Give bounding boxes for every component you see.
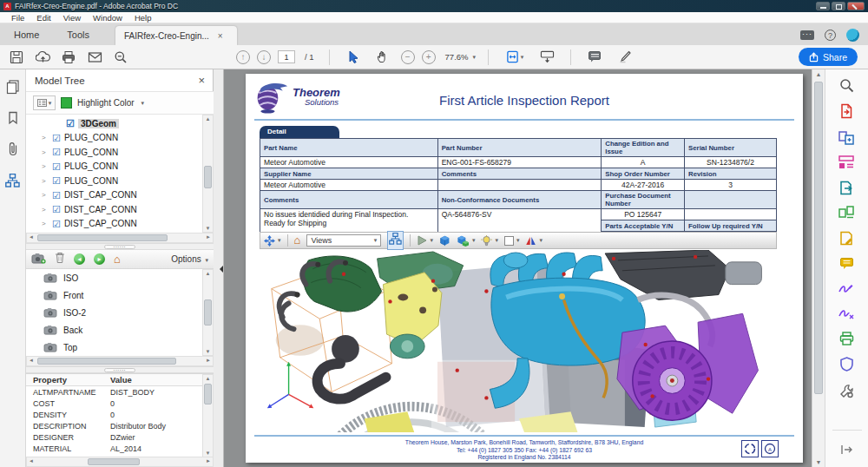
email-button[interactable] (83, 48, 106, 67)
create-pdf-button[interactable] (838, 128, 855, 146)
visibility-checkbox-icon[interactable]: ☑ (52, 162, 61, 171)
collapse-panel-icon[interactable] (216, 266, 223, 273)
tab-tools[interactable]: Tools (53, 23, 103, 45)
background-color-button[interactable]: ▾ (504, 236, 520, 246)
tree-horizontal-scrollbar[interactable]: ◄ ► (26, 233, 214, 243)
model-tree-button[interactable] (3, 172, 23, 189)
previous-page-button[interactable]: ↑ (236, 50, 250, 64)
protect-button[interactable] (838, 355, 855, 372)
share-file-button[interactable] (31, 48, 54, 67)
view-item[interactable]: Back (26, 321, 214, 339)
tab-home[interactable]: Home (0, 23, 53, 45)
property-row[interactable]: DESCRIPTION Distributor Body (26, 420, 214, 431)
page-number-input[interactable] (278, 50, 295, 63)
extra-views-button[interactable]: ▾ (457, 235, 476, 247)
certificates-button[interactable] (838, 305, 855, 322)
panel-collapse-strip[interactable] (214, 69, 224, 467)
view-item[interactable]: Top (26, 339, 214, 356)
view-item[interactable]: ISO (26, 269, 214, 286)
property-row[interactable]: COST 0 (26, 398, 214, 409)
comment-tool-button[interactable] (838, 254, 855, 272)
delete-view-button[interactable] (55, 252, 65, 267)
expand-chevron-icon[interactable]: > (42, 220, 49, 227)
viewer-home-button[interactable]: ⌂ (294, 236, 301, 245)
expand-tools-pane-button[interactable] (838, 441, 855, 458)
menu-item[interactable]: Help (128, 13, 158, 23)
expand-chevron-icon[interactable]: > (42, 191, 49, 199)
next-page-button[interactable]: ↓ (257, 50, 271, 64)
help-icon[interactable]: ? (825, 30, 836, 41)
expand-chevron-icon[interactable]: > (42, 148, 49, 156)
edit-pdf-button[interactable] (838, 154, 855, 171)
tree-item[interactable]: > ☑ PLUG_CONN (26, 145, 198, 160)
close-window-button[interactable] (847, 2, 865, 10)
search-tool-button[interactable] (838, 76, 855, 94)
property-row[interactable]: MATERIAL AL_2014 (26, 443, 214, 454)
tree-item[interactable]: > ☑ DIST_CAP_CONN (26, 188, 198, 203)
pan-rotate-tool-button[interactable]: ▾ (264, 235, 281, 247)
default-view-button[interactable]: ⌂ (114, 255, 121, 264)
find-button[interactable] (109, 48, 132, 67)
visibility-checkbox-icon[interactable]: ☑ (52, 148, 61, 156)
tree-item[interactable]: > ☑ PLUG_CONN (26, 174, 198, 188)
props-vertical-scrollbar[interactable]: ▲ ▼ (202, 374, 214, 457)
avatar[interactable] (846, 29, 859, 42)
expand-chevron-icon[interactable]: > (42, 134, 49, 141)
visibility-checkbox-icon[interactable]: ☑ (66, 119, 75, 128)
tree-item[interactable]: > ☑ PLUG_CONN (26, 160, 198, 174)
share-button[interactable]: Share (799, 48, 858, 66)
print-production-button[interactable] (838, 330, 855, 347)
render-mode-button[interactable] (439, 235, 450, 247)
attachments-button[interactable] (3, 141, 23, 158)
tree-item[interactable]: > ☑ 3DGeom (26, 116, 198, 131)
zoom-out-button[interactable]: − (401, 50, 415, 64)
menu-item[interactable]: File (5, 13, 30, 23)
lighting-button[interactable]: ▾ (481, 235, 498, 247)
view-item[interactable]: Front (26, 286, 214, 304)
visibility-checkbox-icon[interactable]: ☑ (52, 205, 61, 214)
page-thumbnails-button[interactable] (3, 78, 23, 95)
organize-pages-button[interactable] (838, 204, 855, 221)
property-row[interactable]: DENSITY 0 (26, 409, 214, 420)
views-horizontal-scrollbar[interactable]: ◄ ► (26, 356, 214, 366)
bookmarks-button[interactable] (3, 109, 23, 127)
zoom-level-dropdown[interactable]: 77.6% ▾ (443, 52, 476, 62)
print-button[interactable] (57, 48, 80, 67)
export-pdf-button[interactable] (838, 102, 855, 120)
more-tools-button[interactable] (838, 382, 855, 399)
expand-chevron-icon[interactable]: > (42, 206, 49, 214)
select-tool-button[interactable] (342, 48, 365, 67)
view-item[interactable]: ISO-2 (26, 304, 214, 321)
export-file-button[interactable] (838, 179, 855, 196)
props-horizontal-scrollbar[interactable]: ◄ ► (26, 457, 214, 467)
document-scrollbar[interactable]: ▲ ▼ (812, 69, 825, 467)
visibility-checkbox-icon[interactable]: ☑ (52, 134, 61, 142)
menu-item[interactable]: View (57, 13, 87, 23)
play-animation-button[interactable]: ▾ (417, 235, 433, 246)
views-options-dropdown[interactable]: Options ▾ (171, 254, 208, 264)
engine-3d-render[interactable] (259, 250, 790, 432)
next-view-button[interactable]: ▸ (94, 253, 105, 265)
tab-document-active[interactable]: FAIRfex-Creo-Engin... × (115, 26, 237, 45)
notifications-icon[interactable] (800, 30, 814, 40)
cross-section-button[interactable]: ▾ (525, 235, 542, 246)
toggle-model-tree-button[interactable] (387, 231, 404, 250)
tree-item[interactable]: > ☑ PLUG_CONN (26, 131, 198, 146)
visibility-checkbox-icon[interactable]: ☑ (52, 220, 61, 228)
menu-item[interactable]: Edit (30, 13, 56, 23)
views-vertical-scrollbar[interactable]: ▲ ▼ (202, 269, 214, 356)
fit-page-button[interactable]: ▾ (501, 48, 529, 67)
visibility-checkbox-icon[interactable]: ☑ (52, 176, 61, 185)
property-row[interactable]: ALTMPARTNAME DIST_BODY (26, 386, 214, 398)
previous-view-button[interactable]: ◂ (74, 253, 85, 265)
minimize-button[interactable] (816, 2, 830, 10)
detail-tab[interactable]: Detail (260, 126, 339, 138)
panel-splitter-2[interactable]: •••••• (26, 366, 214, 373)
property-row[interactable]: DESIGNER DZwier (26, 431, 214, 443)
highlight-button[interactable] (613, 48, 635, 67)
page-display-button[interactable] (536, 48, 558, 67)
close-panel-button[interactable]: × (198, 74, 205, 87)
save-button[interactable] (5, 48, 28, 67)
zoom-in-button[interactable]: + (422, 50, 436, 64)
views-dropdown[interactable]: Views▾ (306, 234, 381, 247)
